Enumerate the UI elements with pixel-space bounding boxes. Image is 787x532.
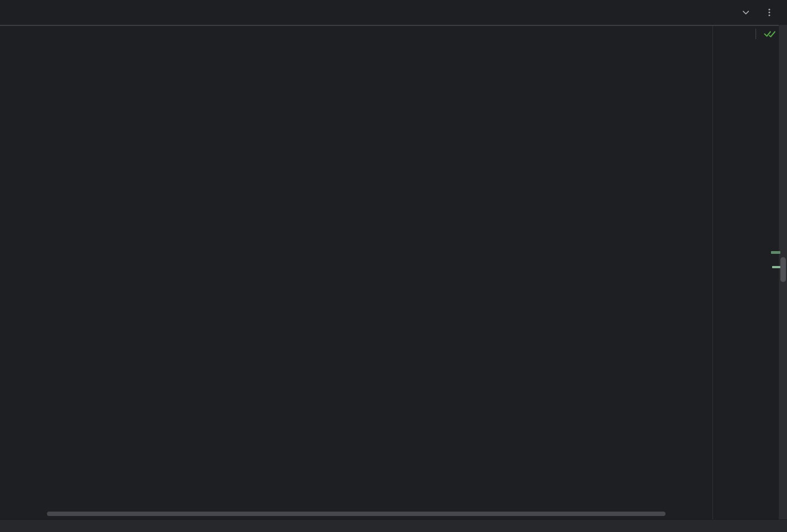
reader-mode-widget	[748, 29, 776, 39]
tab-bar-controls	[728, 0, 787, 25]
tab-list-chevron-icon[interactable]	[741, 8, 751, 17]
vertical-scrollbar-thumb[interactable]	[780, 257, 786, 282]
code-editor[interactable]	[0, 25, 787, 519]
reader-mode-divider	[756, 29, 756, 39]
ide-window	[0, 0, 787, 532]
editor-tab-bar	[0, 0, 787, 25]
vcs-change-marker	[771, 251, 780, 254]
horizontal-scrollbar-thumb[interactable]	[47, 512, 665, 516]
sticky-lines-panel	[0, 25, 787, 26]
vcs-change-marker	[772, 266, 780, 268]
more-options-icon[interactable]	[765, 8, 774, 17]
right-margin-guide	[712, 25, 713, 519]
inspections-ok-icon[interactable]	[764, 30, 776, 38]
status-bar	[0, 519, 787, 532]
